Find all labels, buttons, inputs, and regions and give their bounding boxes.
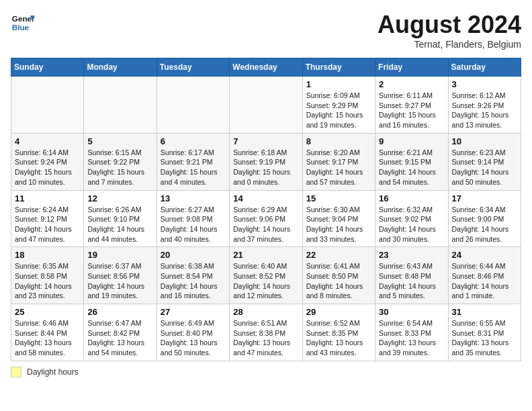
calendar-cell: 6Sunrise: 6:17 AM Sunset: 9:21 PM Daylig… bbox=[157, 133, 229, 190]
day-number: 23 bbox=[379, 250, 444, 260]
calendar-cell bbox=[230, 77, 302, 134]
day-number: 29 bbox=[306, 307, 371, 317]
calendar-cell: 20Sunrise: 6:38 AM Sunset: 8:54 PM Dayli… bbox=[157, 247, 229, 304]
day-info: Sunrise: 6:34 AM Sunset: 9:00 PM Dayligh… bbox=[452, 205, 517, 244]
calendar-cell: 3Sunrise: 6:12 AM Sunset: 9:26 PM Daylig… bbox=[448, 77, 521, 134]
day-info: Sunrise: 6:38 AM Sunset: 8:54 PM Dayligh… bbox=[161, 261, 226, 301]
svg-text:Blue: Blue bbox=[12, 23, 30, 32]
day-info: Sunrise: 6:09 AM Sunset: 9:29 PM Dayligh… bbox=[306, 91, 371, 130]
calendar-cell: 24Sunrise: 6:44 AM Sunset: 8:46 PM Dayli… bbox=[448, 247, 521, 304]
calendar-cell: 26Sunrise: 6:47 AM Sunset: 8:42 PM Dayli… bbox=[84, 304, 157, 361]
weekday-header-row: SundayMondayTuesdayWednesdayThursdayFrid… bbox=[11, 58, 521, 77]
day-info: Sunrise: 6:14 AM Sunset: 9:24 PM Dayligh… bbox=[15, 148, 80, 187]
weekday-header-tuesday: Tuesday bbox=[157, 58, 229, 77]
day-info: Sunrise: 6:27 AM Sunset: 9:08 PM Dayligh… bbox=[161, 205, 226, 244]
day-info: Sunrise: 6:47 AM Sunset: 8:42 PM Dayligh… bbox=[87, 318, 152, 358]
calendar-cell: 27Sunrise: 6:49 AM Sunset: 8:40 PM Dayli… bbox=[157, 304, 229, 361]
location-subtitle: Ternat, Flanders, Belgium bbox=[378, 39, 521, 50]
day-number: 6 bbox=[161, 136, 226, 146]
calendar-cell: 18Sunrise: 6:35 AM Sunset: 8:58 PM Dayli… bbox=[11, 247, 84, 304]
day-info: Sunrise: 6:35 AM Sunset: 8:58 PM Dayligh… bbox=[15, 261, 80, 301]
day-info: Sunrise: 6:18 AM Sunset: 9:19 PM Dayligh… bbox=[233, 148, 298, 187]
day-info: Sunrise: 6:17 AM Sunset: 9:21 PM Dayligh… bbox=[161, 148, 226, 187]
day-number: 15 bbox=[306, 193, 371, 203]
week-row-3: 11Sunrise: 6:24 AM Sunset: 9:12 PM Dayli… bbox=[11, 190, 521, 247]
day-info: Sunrise: 6:52 AM Sunset: 8:35 PM Dayligh… bbox=[306, 318, 371, 358]
calendar-cell bbox=[11, 77, 84, 134]
page-header: General Blue General Blue August 2024 Te… bbox=[11, 11, 521, 50]
calendar-cell: 23Sunrise: 6:43 AM Sunset: 8:48 PM Dayli… bbox=[375, 247, 448, 304]
day-number: 9 bbox=[379, 136, 444, 146]
month-year-title: August 2024 bbox=[378, 11, 521, 39]
day-number: 20 bbox=[161, 250, 226, 260]
day-number: 1 bbox=[306, 79, 371, 89]
day-info: Sunrise: 6:24 AM Sunset: 9:12 PM Dayligh… bbox=[15, 205, 80, 244]
calendar-cell: 4Sunrise: 6:14 AM Sunset: 9:24 PM Daylig… bbox=[11, 133, 84, 190]
calendar-cell: 21Sunrise: 6:40 AM Sunset: 8:52 PM Dayli… bbox=[230, 247, 302, 304]
calendar-cell: 30Sunrise: 6:54 AM Sunset: 8:33 PM Dayli… bbox=[375, 304, 448, 361]
day-number: 25 bbox=[15, 307, 80, 317]
weekday-header-friday: Friday bbox=[375, 58, 448, 77]
day-info: Sunrise: 6:46 AM Sunset: 8:44 PM Dayligh… bbox=[15, 318, 80, 358]
calendar-table: SundayMondayTuesdayWednesdayThursdayFrid… bbox=[11, 58, 521, 361]
day-info: Sunrise: 6:49 AM Sunset: 8:40 PM Dayligh… bbox=[161, 318, 226, 358]
day-number: 4 bbox=[15, 136, 80, 146]
day-number: 30 bbox=[379, 307, 444, 317]
day-info: Sunrise: 6:51 AM Sunset: 8:38 PM Dayligh… bbox=[233, 318, 298, 358]
calendar-cell: 1Sunrise: 6:09 AM Sunset: 9:29 PM Daylig… bbox=[302, 77, 375, 134]
day-number: 22 bbox=[306, 250, 371, 260]
day-info: Sunrise: 6:32 AM Sunset: 9:02 PM Dayligh… bbox=[379, 205, 444, 244]
day-number: 8 bbox=[306, 136, 371, 146]
legend-icon bbox=[11, 367, 21, 377]
calendar-cell: 12Sunrise: 6:26 AM Sunset: 9:10 PM Dayli… bbox=[84, 190, 157, 247]
day-number: 7 bbox=[233, 136, 298, 146]
day-number: 26 bbox=[87, 307, 152, 317]
logo: General Blue General Blue bbox=[11, 11, 35, 35]
day-number: 16 bbox=[379, 193, 444, 203]
day-number: 19 bbox=[87, 250, 152, 260]
day-info: Sunrise: 6:20 AM Sunset: 9:17 PM Dayligh… bbox=[306, 148, 371, 187]
svg-text:General: General bbox=[12, 14, 35, 23]
calendar-cell: 11Sunrise: 6:24 AM Sunset: 9:12 PM Dayli… bbox=[11, 190, 84, 247]
day-info: Sunrise: 6:44 AM Sunset: 8:46 PM Dayligh… bbox=[452, 261, 517, 301]
day-info: Sunrise: 6:37 AM Sunset: 8:56 PM Dayligh… bbox=[87, 261, 152, 301]
calendar-cell: 8Sunrise: 6:20 AM Sunset: 9:17 PM Daylig… bbox=[302, 133, 375, 190]
calendar-cell: 2Sunrise: 6:11 AM Sunset: 9:27 PM Daylig… bbox=[375, 77, 448, 134]
day-number: 18 bbox=[15, 250, 80, 260]
calendar-cell: 17Sunrise: 6:34 AM Sunset: 9:00 PM Dayli… bbox=[448, 190, 521, 247]
day-info: Sunrise: 6:30 AM Sunset: 9:04 PM Dayligh… bbox=[306, 205, 371, 244]
calendar-cell: 10Sunrise: 6:23 AM Sunset: 9:14 PM Dayli… bbox=[448, 133, 521, 190]
day-number: 10 bbox=[452, 136, 517, 146]
calendar-cell: 29Sunrise: 6:52 AM Sunset: 8:35 PM Dayli… bbox=[302, 304, 375, 361]
week-row-4: 18Sunrise: 6:35 AM Sunset: 8:58 PM Dayli… bbox=[11, 247, 521, 304]
weekday-header-thursday: Thursday bbox=[302, 58, 375, 77]
weekday-header-saturday: Saturday bbox=[448, 58, 521, 77]
day-info: Sunrise: 6:41 AM Sunset: 8:50 PM Dayligh… bbox=[306, 261, 371, 301]
legend-label: Daylight hours bbox=[27, 367, 79, 377]
day-number: 31 bbox=[452, 307, 517, 317]
day-info: Sunrise: 6:43 AM Sunset: 8:48 PM Dayligh… bbox=[379, 261, 444, 301]
day-info: Sunrise: 6:11 AM Sunset: 9:27 PM Dayligh… bbox=[379, 91, 444, 130]
week-row-5: 25Sunrise: 6:46 AM Sunset: 8:44 PM Dayli… bbox=[11, 304, 521, 361]
calendar-cell: 9Sunrise: 6:21 AM Sunset: 9:15 PM Daylig… bbox=[375, 133, 448, 190]
day-info: Sunrise: 6:12 AM Sunset: 9:26 PM Dayligh… bbox=[452, 91, 517, 130]
calendar-cell: 15Sunrise: 6:30 AM Sunset: 9:04 PM Dayli… bbox=[302, 190, 375, 247]
calendar-cell: 7Sunrise: 6:18 AM Sunset: 9:19 PM Daylig… bbox=[230, 133, 302, 190]
calendar-cell: 31Sunrise: 6:55 AM Sunset: 8:31 PM Dayli… bbox=[448, 304, 521, 361]
calendar-cell: 28Sunrise: 6:51 AM Sunset: 8:38 PM Dayli… bbox=[230, 304, 302, 361]
weekday-header-sunday: Sunday bbox=[11, 58, 84, 77]
day-number: 2 bbox=[379, 79, 444, 89]
day-number: 17 bbox=[452, 193, 517, 203]
calendar-cell: 19Sunrise: 6:37 AM Sunset: 8:56 PM Dayli… bbox=[84, 247, 157, 304]
day-info: Sunrise: 6:40 AM Sunset: 8:52 PM Dayligh… bbox=[233, 261, 298, 301]
calendar-cell bbox=[157, 77, 229, 134]
day-number: 11 bbox=[15, 193, 80, 203]
title-block: August 2024 Ternat, Flanders, Belgium bbox=[378, 11, 521, 50]
day-info: Sunrise: 6:23 AM Sunset: 9:14 PM Dayligh… bbox=[452, 148, 517, 187]
calendar-cell: 5Sunrise: 6:15 AM Sunset: 9:22 PM Daylig… bbox=[84, 133, 157, 190]
weekday-header-wednesday: Wednesday bbox=[230, 58, 302, 77]
calendar-cell: 22Sunrise: 6:41 AM Sunset: 8:50 PM Dayli… bbox=[302, 247, 375, 304]
day-number: 13 bbox=[161, 193, 226, 203]
day-info: Sunrise: 6:29 AM Sunset: 9:06 PM Dayligh… bbox=[233, 205, 298, 244]
logo-icon: General Blue bbox=[11, 11, 35, 35]
